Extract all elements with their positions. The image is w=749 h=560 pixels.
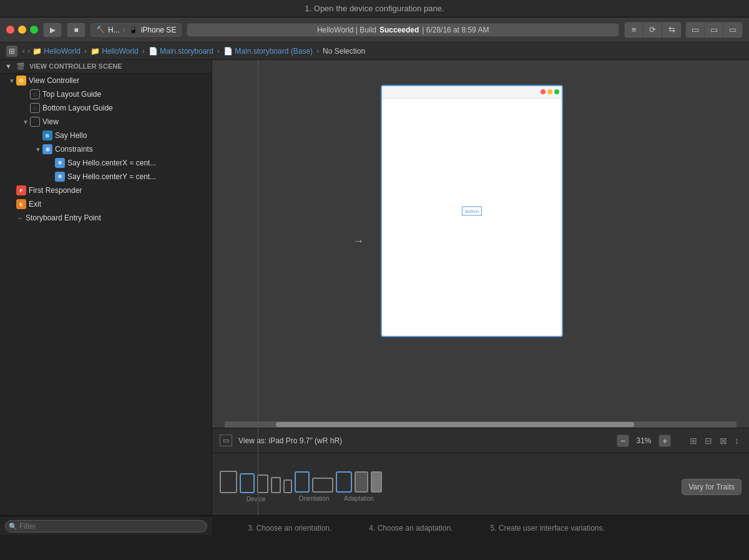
iphone-small-shape [283, 479, 292, 493]
layout-icon-3[interactable]: ⇆ [662, 22, 681, 37]
device-bar: Device Orientation [212, 453, 749, 515]
phone-dot-red [541, 89, 546, 94]
exit-label: Exit [29, 200, 41, 209]
expand-constraints-icon[interactable]: ▼ [34, 146, 42, 153]
horizontal-scrollbar[interactable] [225, 421, 737, 428]
adaptation-group-container: Adaptation [336, 471, 382, 502]
constraint1-label: Say Hello.centerX = cent... [67, 159, 156, 167]
nav-back[interactable]: ‹ [22, 47, 25, 56]
canvas-icon-1[interactable]: ⊞ [687, 435, 700, 447]
sidebar-item-top-layout[interactable]: □ Top Layout Guide [0, 87, 212, 101]
instruction-3: 3. Choose an orientation. [248, 524, 331, 533]
device-iphone-medium[interactable] [271, 477, 281, 493]
filter-bar: 🔍 [0, 516, 212, 535]
zoom-out-btn[interactable]: − [617, 435, 629, 447]
breadcrumb-item-2[interactable]: 📁 HelloWorld [91, 47, 139, 56]
sidebar-item-view[interactable]: ▼ View [0, 115, 212, 129]
close-button[interactable] [6, 26, 14, 34]
build-app-label: HelloWorld | Build [317, 26, 376, 34]
sidebar-item-view-controller[interactable]: ▼ ⊙ View Controller [0, 74, 212, 87]
build-date-label: | 6/28/16 at 8:59 AM [422, 26, 489, 34]
orientation-icons-row [295, 471, 333, 493]
expand-view-icon[interactable]: ▼ [21, 119, 30, 125]
fullscreen-button[interactable] [30, 26, 38, 34]
adaptation-1[interactable] [336, 471, 352, 493]
instruction-4: 4. Choose an adaptation. [369, 524, 453, 533]
sidebar: ▼ 🎬 View Controller Scene ▼ ⊙ View Contr… [0, 60, 212, 515]
adapt2-shape [355, 471, 368, 493]
sidebar-item-constraints[interactable]: ▼ ⊞ Constraints [0, 142, 212, 156]
constraint2-icon: ⊞ [55, 172, 65, 182]
scene-triangle[interactable]: ▼ [5, 62, 12, 70]
breadcrumb: ⊞ ‹ › 📁 HelloWorld › 📁 HelloWorld › 📄 Ma… [0, 42, 749, 60]
breadcrumb-item-4[interactable]: 📄 Main.storyboard (Base) [223, 47, 313, 56]
phone-dot-green [554, 89, 559, 94]
device-ipad-large[interactable] [220, 471, 237, 493]
device-group-container: Device [220, 471, 292, 503]
ipad-medium-shape [240, 473, 255, 493]
layout-icon-1[interactable]: ≡ [625, 22, 644, 37]
sidebar-item-exit[interactable]: E Exit [0, 197, 212, 211]
top-layout-label: Top Layout Guide [42, 90, 101, 99]
view-label: View [42, 117, 59, 126]
sidebar-item-constraint-1[interactable]: ⊞ Say Hello.centerX = cent... [0, 156, 212, 170]
scrollbar-thumb[interactable] [276, 422, 634, 427]
search-icon: 🔍 [9, 522, 17, 530]
filter-input[interactable] [5, 520, 207, 533]
phone-frame[interactable]: button [381, 85, 563, 337]
stop-button[interactable]: ■ [67, 22, 86, 37]
sidebar-item-first-responder[interactable]: F First Responder [0, 184, 212, 197]
zoom-percent: 31% [633, 436, 655, 445]
view-controller-label: View Controller [29, 76, 79, 85]
sidebar-item-say-hello[interactable]: B Say Hello [0, 129, 212, 142]
device-ipad-medium[interactable] [240, 473, 255, 493]
view-controller-icon: ⊙ [16, 76, 26, 86]
top-layout-icon: □ [30, 89, 40, 99]
expand-icon[interactable]: ▼ [7, 77, 16, 84]
device-selector[interactable]: 🔨 H... › 📱 iPhone SE [91, 23, 182, 37]
canvas-icon-4[interactable]: ↕ [732, 435, 742, 447]
left-panel-btn[interactable]: ▭ [686, 22, 705, 37]
sidebar-item-bottom-layout[interactable]: □ Bottom Layout Guide [0, 101, 212, 115]
canvas-icon-2[interactable]: ⊟ [702, 435, 715, 447]
vary-for-traits-button[interactable]: Vary for Traits [682, 479, 742, 495]
breadcrumb-item-1[interactable]: 📁 HelloWorld [32, 47, 81, 56]
vertical-divider-line [258, 60, 258, 515]
adaptation-3[interactable] [371, 471, 382, 493]
adaptation-2[interactable] [355, 471, 368, 493]
canvas-scroll[interactable]: → button [212, 60, 749, 421]
build-status-bar: HelloWorld | Build Succeeded | 6/28/16 a… [187, 23, 619, 37]
minimize-button[interactable] [18, 26, 26, 34]
center-panel-btn[interactable]: ▭ [705, 22, 723, 37]
right-panel-btn[interactable]: ▭ [723, 22, 742, 37]
iphone-large-shape [257, 474, 268, 493]
adapt1-shape [336, 471, 352, 493]
build-result-label: Succeeded [379, 26, 419, 34]
instruction-5: 5. Create user interface variations. [490, 524, 604, 533]
layout-toggle-btn[interactable]: ▭ [220, 435, 232, 446]
view-icon [30, 117, 40, 127]
breadcrumb-item-3[interactable]: 📄 Main.storyboard [149, 47, 213, 56]
device-iphone-small[interactable] [283, 479, 292, 493]
bottom-layout-icon: □ [30, 103, 40, 113]
orientation-group-label: Orientation [299, 495, 330, 502]
device-iphone-large[interactable] [257, 474, 268, 493]
device-name-label: iPhone SE [141, 26, 177, 34]
canvas-icon-3[interactable]: ⊠ [717, 435, 730, 447]
orientation-landscape[interactable] [312, 478, 333, 493]
scene-header: ▼ 🎬 View Controller Scene [0, 60, 212, 74]
canvas-area: → button ▭ [212, 60, 749, 515]
exit-icon: E [16, 199, 26, 209]
say-hello-button-preview[interactable]: button [462, 206, 482, 215]
orientation-portrait[interactable] [295, 471, 310, 493]
nav-forward[interactable]: › [27, 47, 30, 56]
sidebar-item-entry-point[interactable]: → Storyboard Entry Point [0, 211, 212, 225]
play-button[interactable]: ▶ [43, 22, 62, 37]
constraint2-label: Say Hello.centerY = cent... [67, 172, 156, 181]
layout-icon-2[interactable]: ⟳ [644, 22, 662, 37]
view-layout-group: ≡ ⟳ ⇆ [624, 22, 682, 38]
grid-icon[interactable]: ⊞ [6, 46, 17, 57]
first-responder-label: First Responder [29, 186, 82, 195]
zoom-in-btn[interactable]: + [658, 435, 671, 447]
sidebar-item-constraint-2[interactable]: ⊞ Say Hello.centerY = cent... [0, 170, 212, 184]
